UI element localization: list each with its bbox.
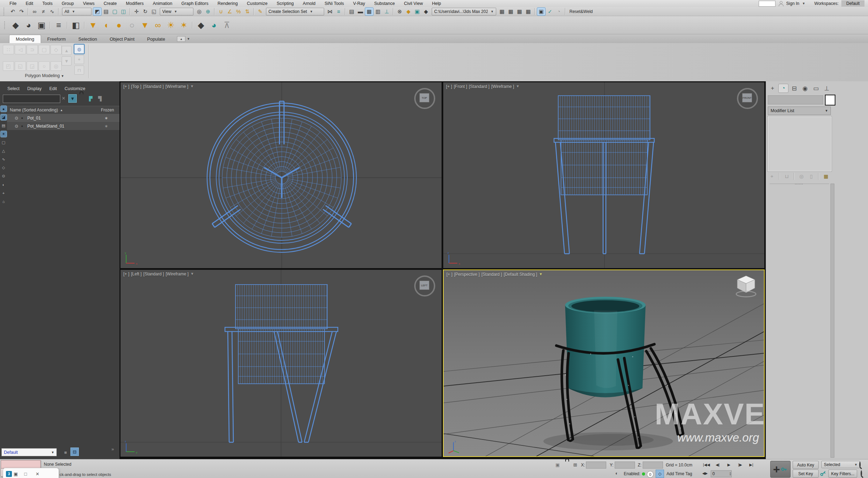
manage-layers-icon[interactable]: ≡ bbox=[62, 449, 69, 456]
viewport-filter-icon[interactable]: ▼ bbox=[539, 272, 543, 277]
explorer-menu-item[interactable]: Customize bbox=[61, 86, 89, 92]
vray-sphere-icon[interactable]: ◕ bbox=[208, 19, 220, 32]
menu-item[interactable]: Rendering bbox=[213, 0, 242, 7]
ribbon-tab-selection[interactable]: Selection bbox=[72, 35, 103, 43]
scene-explorer-search[interactable] bbox=[3, 95, 60, 103]
menu-item[interactable]: Substance bbox=[370, 0, 399, 7]
display-helpers-icon[interactable]: △ bbox=[1, 148, 7, 154]
viewcube[interactable]: FRONT bbox=[736, 87, 759, 110]
modify-tab-icon[interactable]: ◔ bbox=[779, 84, 788, 93]
viewport-menu-pov[interactable]: [Front ] bbox=[454, 84, 467, 89]
geosphere-icon[interactable]: ○ bbox=[126, 19, 138, 32]
close-window-icon[interactable]: ✕ bbox=[32, 471, 43, 477]
selection-filter-dropdown[interactable]: All▼ bbox=[62, 8, 91, 15]
frame-step-arrows-icon[interactable]: ◀▶ bbox=[702, 471, 708, 475]
viewport-menu-pov[interactable]: [Left ] bbox=[131, 272, 142, 276]
redo-icon[interactable]: ↷ bbox=[18, 8, 26, 15]
key-filters-button[interactable]: Key Filters... bbox=[828, 470, 857, 478]
workspace-selector[interactable]: Default bbox=[841, 0, 864, 7]
display-tab-icon[interactable]: ▭ bbox=[811, 84, 821, 93]
viewport-left[interactable]: [+ ] [Left ] [Standard ] [Wireframe ] ▼ … bbox=[120, 269, 442, 457]
zoom-tool-icon[interactable] bbox=[859, 462, 861, 468]
explorer-column-headers[interactable]: Name (Sorted Ascending) ▲ Frozen bbox=[7, 106, 119, 114]
menu-item[interactable]: Modifiers bbox=[121, 0, 148, 7]
y-coordinate-field[interactable] bbox=[615, 462, 635, 469]
rectangular-selection-region-icon[interactable]: ▢ bbox=[111, 8, 119, 15]
display-spacewarps-icon[interactable]: ∿ bbox=[1, 156, 7, 162]
docked-button-2-icon[interactable]: ▦ bbox=[507, 8, 515, 15]
menu-item[interactable]: SiNi Tools bbox=[320, 0, 348, 7]
viewport-filter-icon[interactable]: ▼ bbox=[516, 84, 520, 89]
object-name[interactable]: Pot_MetalStand_01 bbox=[27, 124, 64, 129]
key-mode-dropdown[interactable]: Selected▼ bbox=[821, 461, 860, 468]
menu-item[interactable]: Civil View bbox=[399, 0, 428, 7]
search-input[interactable] bbox=[3, 95, 60, 103]
previous-frame-button[interactable]: ◀| bbox=[712, 461, 723, 469]
select-by-name-icon[interactable]: ▤ bbox=[102, 8, 110, 15]
visibility-eye-icon[interactable]: ⊙ bbox=[15, 124, 18, 129]
select-and-manipulate-icon[interactable]: ⊕ bbox=[204, 8, 212, 15]
scene-explorer-toggle-icon[interactable]: ⊟ bbox=[71, 448, 78, 456]
utilities-tab-icon[interactable]: ⊥ bbox=[822, 84, 832, 93]
taskbar-thumbnail-overlay[interactable]: 3 ▣ □ ✕ bbox=[3, 468, 59, 478]
explorer-row-metalstand[interactable]: ⊙ ● Pot_MetalStand_01 ∗ bbox=[7, 122, 119, 130]
object-name-field[interactable] bbox=[768, 95, 823, 104]
sign-in-caret-icon[interactable]: ▼ bbox=[802, 2, 805, 5]
command-panel-scrollbar[interactable] bbox=[831, 184, 834, 458]
polygon-modeling-panel-label[interactable]: Polygon Modeling ▼ bbox=[3, 73, 86, 78]
display-cameras-icon[interactable]: ▢ bbox=[1, 139, 7, 145]
auto-key-button[interactable]: Auto Key bbox=[793, 461, 819, 469]
go-to-end-button[interactable]: ▶| bbox=[746, 461, 757, 469]
viewport-menu-pov[interactable]: [Perspective ] bbox=[454, 272, 480, 277]
dome-light-icon[interactable]: ◖ bbox=[100, 19, 112, 32]
pot-mesh[interactable] bbox=[565, 297, 646, 397]
docked-button-1-icon[interactable]: ▦ bbox=[498, 8, 506, 15]
menu-item[interactable]: Views bbox=[78, 0, 99, 7]
menu-item[interactable]: Graph Editors bbox=[177, 0, 213, 7]
mxs-list-icon[interactable]: ≡ bbox=[53, 19, 65, 32]
show-end-result-toggle-icon[interactable]: ◍ bbox=[74, 45, 84, 54]
spinner-snap-icon[interactable]: ⇅ bbox=[243, 8, 251, 15]
next-frame-button[interactable]: |▶ bbox=[735, 461, 745, 469]
select-and-move-icon[interactable]: ✛ bbox=[132, 8, 141, 15]
modifier-stack[interactable] bbox=[768, 116, 832, 171]
front-wireframe-canvas[interactable] bbox=[443, 82, 764, 268]
rollout-divider[interactable] bbox=[770, 184, 829, 184]
window-crossing-icon[interactable]: ◫ bbox=[119, 8, 128, 15]
current-frame-spinner[interactable]: 0 ▲▼ bbox=[711, 470, 732, 477]
x-coordinate-field[interactable] bbox=[586, 462, 606, 469]
display-all-icon[interactable]: ● bbox=[1, 106, 7, 112]
display-lights-icon[interactable]: ✶ bbox=[1, 131, 7, 137]
display-groups-icon[interactable]: ◇ bbox=[1, 165, 7, 171]
toolbar-grip[interactable] bbox=[4, 8, 6, 15]
select-link-icon[interactable]: ∞ bbox=[30, 8, 39, 15]
set-keys-button[interactable]: + bbox=[770, 461, 791, 478]
object-name[interactable]: Pot_01 bbox=[27, 116, 41, 121]
material-sphere-icon[interactable]: ◕ bbox=[22, 19, 35, 32]
column-frozen-header[interactable]: Frozen bbox=[101, 108, 114, 112]
viewcube-face-label[interactable]: FRONT bbox=[742, 93, 752, 102]
hierarchy-mode-icon[interactable]: ▛ bbox=[87, 95, 95, 102]
active-layer-dropdown[interactable]: Default▼ bbox=[1, 448, 57, 456]
mirror-icon[interactable]: ⋈ bbox=[326, 8, 334, 15]
display-bones-icon[interactable]: + bbox=[1, 190, 7, 196]
explorer-row-pot[interactable]: ⊙ ● Pot_01 ∗ bbox=[7, 114, 119, 122]
spot-light-icon[interactable]: ▼ bbox=[87, 19, 99, 32]
add-time-tag-label[interactable]: Add Time Tag bbox=[667, 471, 692, 476]
viewport-menu-general[interactable]: [+ ] bbox=[446, 272, 452, 277]
viewcube-face-label[interactable]: TOP bbox=[419, 93, 429, 102]
display-xrefs-icon[interactable]: ⊙ bbox=[1, 173, 7, 179]
camera-tools-icon[interactable]: ◧ bbox=[70, 19, 82, 32]
panel-overflow-chevron[interactable] bbox=[111, 446, 114, 452]
motion-tab-icon[interactable]: ◉ bbox=[800, 84, 810, 93]
project-folder-dropdown[interactable]: C:\Users\davi...\3ds Max 202▼ bbox=[432, 8, 496, 15]
viewport-filter-icon[interactable]: ▼ bbox=[190, 84, 194, 89]
viewcube[interactable] bbox=[733, 273, 759, 299]
render-frame-window-icon[interactable]: ◆ bbox=[404, 8, 412, 15]
percent-snap-icon[interactable]: % bbox=[234, 8, 242, 15]
restore-window-icon[interactable]: ▣ bbox=[12, 471, 20, 477]
docked-button-3-icon[interactable]: ▦ bbox=[515, 8, 524, 15]
docked-button-4-icon[interactable]: ▦ bbox=[524, 8, 532, 15]
go-to-start-button[interactable]: |◀◀ bbox=[701, 461, 712, 469]
create-tab-icon[interactable]: + bbox=[768, 84, 777, 93]
